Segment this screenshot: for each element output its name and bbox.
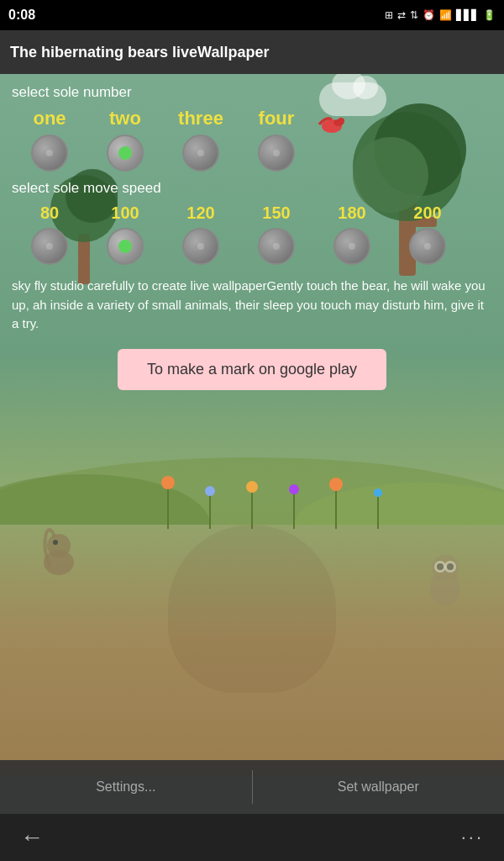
svg-point-17 [205,486,215,496]
sole-speed-label: select sole move speed [12,180,492,197]
more-button[interactable]: ··· [461,827,484,848]
speed-200-radio[interactable] [409,228,446,265]
sole-number-option-three[interactable]: three [163,108,239,172]
google-play-button[interactable]: To make a mark on google play [118,349,386,390]
speed-100-inner [118,240,132,253]
sole-number-three-radio[interactable] [182,135,219,172]
speed-200-label: 200 [413,203,441,223]
grid-icon: ⊞ [385,9,393,21]
speed-option-80[interactable]: 80 [12,203,87,265]
svg-point-23 [329,478,343,491]
speed-180-label: 180 [338,203,365,223]
owl-decoration [420,550,470,609]
status-bar: 0:08 ⊞ ⇄ ⇅ ⏰ 📶 ▋▋▋ 🔋 [0,0,504,30]
sole-number-four-radio[interactable] [258,135,295,172]
sole-number-two-label: two [109,108,141,129]
svg-point-15 [161,476,175,489]
sole-number-option-one[interactable]: one [12,108,87,172]
sole-number-option-two[interactable]: two [87,108,163,172]
speed-120-inner [197,243,204,250]
sole-speed-options: 80 100 120 150 [12,203,492,265]
speed-120-label: 120 [186,203,214,223]
svg-point-28 [53,540,58,545]
sole-speed-section: select sole move speed 80 100 120 [12,180,492,265]
speed-150-inner [273,243,280,250]
content-panel: select sole number one two three [0,74,504,412]
speed-option-120[interactable]: 120 [163,203,239,265]
nav-bar: ← ··· [0,814,504,861]
wifi-icon: 📶 [439,9,452,21]
speed-option-200[interactable]: 200 [390,203,465,265]
speed-option-150[interactable]: 150 [239,203,314,265]
sole-number-one-label: one [33,108,66,129]
bear-silhouette [168,525,336,693]
back-button[interactable]: ← [20,824,44,851]
sole-number-two-radio[interactable] [107,135,144,172]
speed-200-inner [424,243,431,250]
sole-number-two-inner [118,146,132,160]
sync-icon: ⇅ [410,9,418,21]
sole-number-label: select sole number [12,84,492,101]
speed-80-inner [46,243,53,250]
title-bar: The hibernating bears liveWallpaper [0,30,504,74]
sole-number-three-inner [197,150,204,156]
speed-option-100[interactable]: 100 [87,203,163,265]
svg-point-33 [437,563,444,570]
speed-150-label: 150 [262,203,290,223]
bottom-bar: Settings... Set wallpaper [0,760,504,814]
svg-point-19 [246,481,258,493]
settings-button[interactable]: Settings... [0,760,252,814]
status-icons: ⊞ ⇄ ⇅ ⏰ 📶 ▋▋▋ 🔋 [385,9,496,21]
app-title: The hibernating bears liveWallpaper [10,44,269,61]
speed-80-label: 80 [40,203,59,223]
alarm-icon: ⏰ [423,9,435,21]
sole-number-four-label: four [259,108,295,129]
speed-180-inner [349,243,355,250]
speed-180-radio[interactable] [333,228,370,265]
speed-150-radio[interactable] [258,228,295,265]
sole-number-one-radio[interactable] [31,135,68,172]
svg-point-25 [374,489,382,497]
speed-option-180[interactable]: 180 [314,203,390,265]
usb-icon: ⇄ [397,9,406,21]
status-time: 0:08 [8,8,35,23]
speed-120-radio[interactable] [182,228,219,265]
set-wallpaper-button[interactable]: Set wallpaper [253,760,505,814]
speed-100-label: 100 [111,203,139,223]
signal-icon: ▋▋▋ [456,9,479,21]
svg-point-27 [47,534,71,557]
speed-100-radio[interactable] [107,228,144,265]
sole-number-four-inner [273,150,280,156]
sole-number-three-label: three [178,108,223,129]
svg-point-34 [447,563,454,570]
sole-number-one-inner [46,150,53,156]
sole-number-options: one two three four [12,108,492,172]
sole-number-section: select sole number one two three [12,84,492,172]
speed-80-radio[interactable] [31,228,68,265]
battery-icon: 🔋 [483,9,496,21]
description-text: sky fly studio carefully to create live … [12,273,492,337]
sole-number-option-four[interactable]: four [239,108,314,172]
svg-point-21 [289,484,299,494]
squirrel-decoration [25,516,92,584]
